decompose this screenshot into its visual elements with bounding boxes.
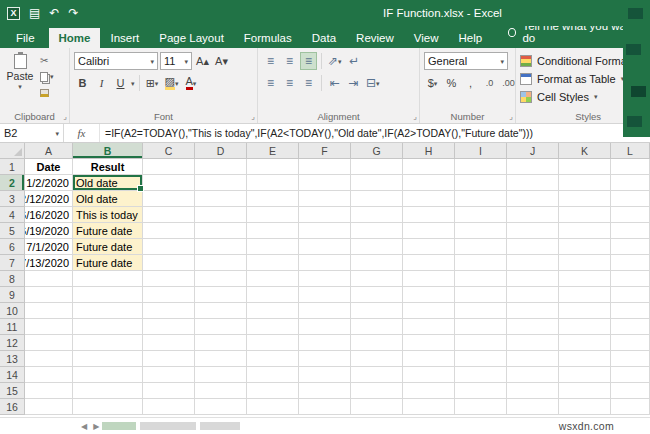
cell-F1[interactable] bbox=[299, 159, 351, 175]
cell-K11[interactable] bbox=[559, 319, 611, 335]
cell-K13[interactable] bbox=[559, 351, 611, 367]
cell-C13[interactable] bbox=[143, 351, 195, 367]
cell-H6[interactable] bbox=[403, 239, 455, 255]
borders-button[interactable]: ⊞▾ bbox=[144, 74, 161, 92]
row-header-2[interactable]: 2 bbox=[0, 175, 25, 191]
cell-L8[interactable] bbox=[611, 271, 650, 287]
cell-E11[interactable] bbox=[247, 319, 299, 335]
cell-B3[interactable]: Old date bbox=[73, 191, 143, 207]
cell-B16[interactable] bbox=[73, 399, 143, 415]
cell-H12[interactable] bbox=[403, 335, 455, 351]
undo-icon[interactable]: ↶ bbox=[49, 7, 59, 19]
cell-D7[interactable] bbox=[195, 255, 247, 271]
cell-J4[interactable] bbox=[507, 207, 559, 223]
cell-G11[interactable] bbox=[351, 319, 403, 335]
cell-K5[interactable] bbox=[559, 223, 611, 239]
sheet-next-icon[interactable]: ▶ bbox=[90, 422, 102, 431]
cell-A6[interactable]: 7/1/2020 bbox=[25, 239, 73, 255]
cell-K2[interactable] bbox=[559, 175, 611, 191]
cell-D3[interactable] bbox=[195, 191, 247, 207]
top-align-button[interactable]: ≡ bbox=[262, 52, 279, 70]
cell-A5[interactable]: 6/19/2020 bbox=[25, 223, 73, 239]
select-all-button[interactable] bbox=[0, 143, 25, 159]
cell-F6[interactable] bbox=[299, 239, 351, 255]
cell-A2[interactable]: 1/2/2020 bbox=[25, 175, 73, 191]
cell-L2[interactable] bbox=[611, 175, 650, 191]
cell-L4[interactable] bbox=[611, 207, 650, 223]
cell-G9[interactable] bbox=[351, 287, 403, 303]
cell-I11[interactable] bbox=[455, 319, 507, 335]
tab-review[interactable]: Review bbox=[346, 28, 404, 48]
sheet-tab[interactable] bbox=[102, 422, 136, 430]
orientation-button[interactable]: ⇗▾ bbox=[326, 52, 344, 70]
cell-C2[interactable] bbox=[143, 175, 195, 191]
cell-G5[interactable] bbox=[351, 223, 403, 239]
cell-A3[interactable]: 2/12/2020 bbox=[25, 191, 73, 207]
cell-L5[interactable] bbox=[611, 223, 650, 239]
font-name-select[interactable]: Calibri ▾ bbox=[74, 52, 158, 70]
alignment-dialog-launcher-icon[interactable]: ⌟ bbox=[413, 113, 417, 121]
row-header-15[interactable]: 15 bbox=[0, 383, 25, 399]
cell-F13[interactable] bbox=[299, 351, 351, 367]
cell-C5[interactable] bbox=[143, 223, 195, 239]
row-header-11[interactable]: 11 bbox=[0, 319, 25, 335]
row-header-4[interactable]: 4 bbox=[0, 207, 25, 223]
cell-L3[interactable] bbox=[611, 191, 650, 207]
cell-L15[interactable] bbox=[611, 383, 650, 399]
cell-D16[interactable] bbox=[195, 399, 247, 415]
cell-C3[interactable] bbox=[143, 191, 195, 207]
font-size-select[interactable]: 11 ▾ bbox=[160, 52, 192, 70]
cell-A4[interactable]: 6/16/2020 bbox=[25, 207, 73, 223]
tab-home[interactable]: Home bbox=[49, 28, 101, 48]
middle-align-button[interactable]: ≡ bbox=[281, 52, 298, 70]
cell-G13[interactable] bbox=[351, 351, 403, 367]
column-header-J[interactable]: J bbox=[507, 143, 559, 159]
cell-I2[interactable] bbox=[455, 175, 507, 191]
cell-K6[interactable] bbox=[559, 239, 611, 255]
cell-L11[interactable] bbox=[611, 319, 650, 335]
cell-H4[interactable] bbox=[403, 207, 455, 223]
number-dialog-launcher-icon[interactable]: ⌟ bbox=[509, 113, 513, 121]
row-header-6[interactable]: 6 bbox=[0, 239, 25, 255]
cell-B12[interactable] bbox=[73, 335, 143, 351]
cell-L7[interactable] bbox=[611, 255, 650, 271]
cell-C16[interactable] bbox=[143, 399, 195, 415]
cell-E3[interactable] bbox=[247, 191, 299, 207]
cell-H8[interactable] bbox=[403, 271, 455, 287]
font-dialog-launcher-icon[interactable]: ⌟ bbox=[251, 113, 255, 121]
row-header-8[interactable]: 8 bbox=[0, 271, 25, 287]
cell-F3[interactable] bbox=[299, 191, 351, 207]
column-header-L[interactable]: L bbox=[611, 143, 650, 159]
cell-A8[interactable] bbox=[25, 271, 73, 287]
cell-I8[interactable] bbox=[455, 271, 507, 287]
paste-button[interactable]: Paste ▾ bbox=[4, 52, 36, 99]
sheet-prev-icon[interactable]: ◀ bbox=[78, 422, 90, 431]
cell-B5[interactable]: Future date bbox=[73, 223, 143, 239]
cell-F2[interactable] bbox=[299, 175, 351, 191]
cell-H2[interactable] bbox=[403, 175, 455, 191]
column-header-I[interactable]: I bbox=[455, 143, 507, 159]
number-format-select[interactable]: General ▾ bbox=[424, 52, 508, 70]
cell-C8[interactable] bbox=[143, 271, 195, 287]
cell-I16[interactable] bbox=[455, 399, 507, 415]
align-right-button[interactable]: ≡ bbox=[300, 74, 317, 92]
cell-K8[interactable] bbox=[559, 271, 611, 287]
copy-button[interactable]: ▾ bbox=[40, 70, 54, 83]
font-color-button[interactable]: A▾ bbox=[182, 74, 199, 92]
decrease-indent-button[interactable]: ⇤ bbox=[326, 74, 343, 92]
cell-B4[interactable]: This is today bbox=[73, 207, 143, 223]
cell-J3[interactable] bbox=[507, 191, 559, 207]
increase-decimal-button[interactable]: .0 bbox=[481, 74, 498, 92]
cell-H14[interactable] bbox=[403, 367, 455, 383]
cell-E12[interactable] bbox=[247, 335, 299, 351]
cell-B10[interactable] bbox=[73, 303, 143, 319]
format-painter-button[interactable] bbox=[40, 86, 54, 99]
cell-L10[interactable] bbox=[611, 303, 650, 319]
cell-A11[interactable] bbox=[25, 319, 73, 335]
cell-F15[interactable] bbox=[299, 383, 351, 399]
cell-D11[interactable] bbox=[195, 319, 247, 335]
name-box[interactable]: B2 ▾ bbox=[0, 124, 64, 142]
row-header-14[interactable]: 14 bbox=[0, 367, 25, 383]
cell-J15[interactable] bbox=[507, 383, 559, 399]
cell-C14[interactable] bbox=[143, 367, 195, 383]
